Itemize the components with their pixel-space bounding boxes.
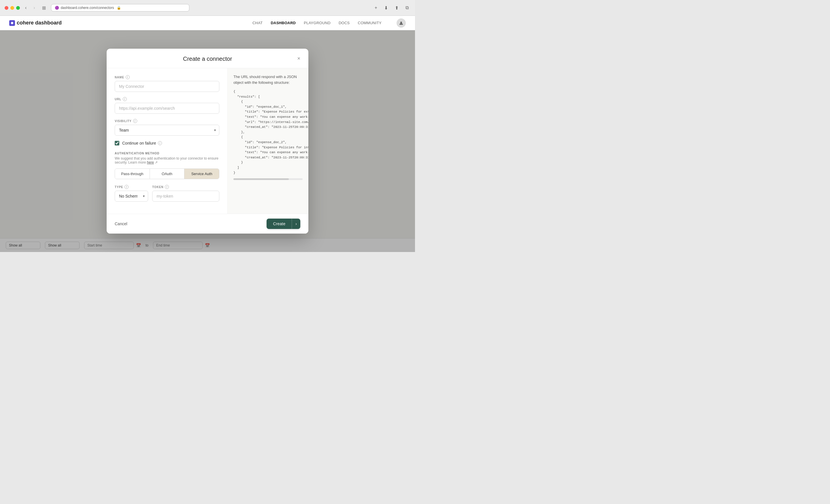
share-button[interactable]: ⬆ <box>393 4 400 12</box>
pass-through-button[interactable]: Pass-through <box>115 169 150 179</box>
modal-body: NAME i URL i <box>107 68 308 214</box>
token-form-group: TOKEN i <box>152 185 219 202</box>
continue-on-failure-row: Continue on failure i <box>115 141 219 145</box>
tabs-button[interactable]: ⧉ <box>404 4 410 11</box>
favicon-icon: 🟣 <box>55 6 59 10</box>
token-info-icon[interactable]: i <box>165 185 169 189</box>
name-input[interactable] <box>115 81 219 92</box>
token-label: TOKEN i <box>152 185 219 189</box>
url-input[interactable] <box>115 103 219 114</box>
token-input[interactable] <box>152 191 219 202</box>
visibility-label: VISIBILITY i <box>115 119 219 123</box>
visibility-info-icon[interactable]: i <box>133 119 137 123</box>
type-select-wrap: No Scheme Bearer Basic ▾ <box>115 191 148 202</box>
close-window-button[interactable] <box>5 6 8 10</box>
continue-on-failure-checkbox[interactable] <box>115 141 119 145</box>
back-button[interactable]: ‹ <box>23 4 28 11</box>
nav-chat[interactable]: CHAT <box>252 21 262 25</box>
continue-on-failure-info-icon[interactable]: i <box>158 141 162 145</box>
sidebar-toggle-button[interactable]: ⊞ <box>40 4 47 12</box>
modal-header: Create a connector × <box>107 49 308 68</box>
logo-area: cohere dashboard <box>9 20 252 26</box>
modal-footer: Cancel Create › <box>107 214 308 234</box>
download-button[interactable]: ⬇ <box>382 4 390 12</box>
modal-title: Create a connector <box>115 56 300 62</box>
name-form-group: NAME i <box>115 75 219 92</box>
url-form-group: URL i <box>115 97 219 114</box>
auth-section-desc: We suggest that you add authentication t… <box>115 156 219 164</box>
user-avatar[interactable] <box>396 19 406 28</box>
auth-section-link[interactable]: here <box>147 160 154 164</box>
logo-text: cohere dashboard <box>17 20 62 26</box>
form-panel: NAME i URL i <box>107 68 228 214</box>
url-text: dashboard.cohere.com/connectors <box>61 6 114 10</box>
main-nav: CHAT DASHBOARD PLAYGROUND DOCS COMMUNITY <box>252 19 406 28</box>
type-label: TYPE i <box>115 185 148 189</box>
url-label: URL i <box>115 97 219 101</box>
lock-icon: 🔒 <box>117 6 121 10</box>
traffic-lights <box>5 6 20 10</box>
background-page: Show all Show all 📅 to 📅 Create a connec… <box>0 30 415 252</box>
create-button[interactable]: Create <box>266 219 292 229</box>
info-panel-text: The URL should respond with a JSON objec… <box>233 74 302 85</box>
minimize-window-button[interactable] <box>10 6 14 10</box>
browser-chrome: ‹ › ⊞ 🟣 dashboard.cohere.com/connectors … <box>0 0 415 16</box>
arrow-icon: › <box>295 222 297 226</box>
address-bar[interactable]: 🟣 dashboard.cohere.com/connectors 🔒 <box>51 4 189 11</box>
create-connector-modal: Create a connector × NAME i <box>107 49 308 234</box>
modal-close-button[interactable]: × <box>295 54 302 63</box>
create-button-arrow[interactable]: › <box>292 219 300 229</box>
scrollbar-thumb[interactable] <box>233 178 289 180</box>
type-token-row: TYPE i No Scheme Bearer Basic ▾ <box>115 185 219 207</box>
visibility-select[interactable]: Team Private Public <box>115 125 219 136</box>
maximize-window-button[interactable] <box>16 6 20 10</box>
app-header: cohere dashboard CHAT DASHBOARD PLAYGROU… <box>0 16 415 30</box>
oauth-button[interactable]: OAuth <box>150 169 185 179</box>
info-panel: The URL should respond with a JSON objec… <box>228 68 308 214</box>
code-block: { "results": [ { "id": "expense_doc_1", … <box>233 89 302 175</box>
modal-overlay: Create a connector × NAME i <box>0 30 415 252</box>
service-auth-button[interactable]: Service Auth <box>185 169 219 179</box>
scrollbar-track <box>233 178 302 180</box>
auth-section-heading: AUTHENTICATION METHOD <box>115 152 219 155</box>
cancel-button[interactable]: Cancel <box>115 219 127 228</box>
create-button-group: Create › <box>266 219 300 229</box>
forward-button[interactable]: › <box>32 4 37 11</box>
nav-docs[interactable]: DOCS <box>339 21 350 25</box>
logo-icon <box>9 20 15 26</box>
add-tab-button[interactable]: + <box>373 4 379 11</box>
nav-dashboard[interactable]: DASHBOARD <box>270 21 296 25</box>
url-info-icon[interactable]: i <box>123 97 127 101</box>
visibility-form-group: VISIBILITY i Team Private Public ▾ <box>115 119 219 136</box>
visibility-select-wrap: Team Private Public ▾ <box>115 125 219 136</box>
svg-point-0 <box>11 22 13 24</box>
continue-on-failure-label[interactable]: Continue on failure i <box>122 141 162 145</box>
nav-playground[interactable]: PLAYGROUND <box>304 21 330 25</box>
auth-buttons-group: Pass-through OAuth Service Auth <box>115 168 219 179</box>
type-info-icon[interactable]: i <box>125 185 129 189</box>
nav-community[interactable]: COMMUNITY <box>358 21 382 25</box>
type-form-group: TYPE i No Scheme Bearer Basic ▾ <box>115 185 148 202</box>
name-info-icon[interactable]: i <box>126 75 130 79</box>
name-label: NAME i <box>115 75 219 79</box>
type-select[interactable]: No Scheme Bearer Basic <box>115 191 148 202</box>
